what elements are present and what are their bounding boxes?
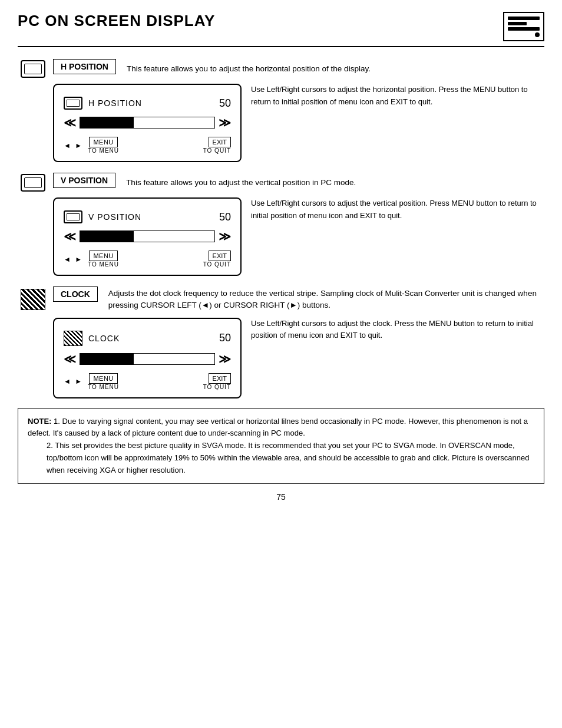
osd-nav-left-clock: ◄ bbox=[64, 377, 71, 386]
osd-arrow-left-clock: ≪ bbox=[64, 352, 76, 366]
osd-area-h-position: H POSITION50≪≫◄ ►MENUTO MENUEXITTO QUITU… bbox=[53, 84, 544, 162]
osd-menu-btn-v-position[interactable]: MENU bbox=[89, 251, 117, 261]
osd-label-text-clock: CLOCK bbox=[88, 334, 120, 343]
note-item1: 1. Due to varying signal content, you ma… bbox=[28, 417, 528, 438]
osd-buttons-row-v-position: ◄ ►MENUTO MENUEXITTO QUIT bbox=[64, 251, 231, 268]
section-header-row-h-position: H POSITIONThis feature allows you to adj… bbox=[18, 58, 544, 78]
osd-slider-fill-h-position bbox=[80, 117, 134, 128]
osd-to-menu-label-clock: TO MENU bbox=[88, 384, 119, 390]
section-label-clock: CLOCK bbox=[53, 286, 98, 302]
osd-slider-row-h-position: ≪≫ bbox=[64, 116, 231, 130]
osd-value-v-position: 50 bbox=[219, 211, 231, 223]
osd-to-menu-label-h-position: TO MENU bbox=[88, 147, 119, 154]
osd-nav-arrows-h-position: ◄ ► bbox=[64, 141, 82, 150]
osd-right-text-v-position: Use Left/Right cursors to adjust the ver… bbox=[251, 197, 544, 276]
osd-label-text-h-position: H POSITION bbox=[88, 98, 142, 108]
header-icon-dot bbox=[535, 32, 540, 37]
osd-buttons-row-h-position: ◄ ►MENUTO MENUEXITTO QUIT bbox=[64, 137, 231, 154]
section-desc-clock: Adjusts the dot clock frequency to reduc… bbox=[103, 285, 544, 312]
osd-exit-group-h-position: EXITTO QUIT bbox=[203, 137, 231, 154]
osd-exit-btn-h-position[interactable]: EXIT bbox=[209, 137, 231, 147]
osd-box-v-position: V POSITION50≪≫◄ ►MENUTO MENUEXITTO QUIT bbox=[53, 197, 242, 276]
osd-arrow-left-v-position: ≪ bbox=[64, 229, 76, 243]
header-icon-line1 bbox=[508, 17, 540, 20]
osd-arrow-right-h-position: ≫ bbox=[219, 116, 231, 130]
page-number: 75 bbox=[18, 492, 544, 502]
sections-container: H POSITIONThis feature allows you to adj… bbox=[18, 58, 544, 398]
osd-exit-group-v-position: EXITTO QUIT bbox=[203, 251, 231, 268]
section-clock: CLOCKAdjusts the dot clock frequency to … bbox=[18, 285, 544, 398]
osd-tv-icon-h-position bbox=[64, 97, 82, 110]
header-icon-line3 bbox=[508, 27, 540, 31]
osd-nav-left-v-position: ◄ bbox=[64, 255, 71, 263]
osd-arrow-right-clock: ≫ bbox=[219, 352, 231, 366]
header-icon-line2 bbox=[508, 22, 527, 25]
osd-label-text-v-position: V POSITION bbox=[88, 212, 141, 222]
page-header: PC ON SCREEN DISPLAY bbox=[18, 12, 544, 47]
note-box: NOTE: 1. Due to varying signal content, … bbox=[18, 408, 544, 485]
tv-icon-v-position bbox=[18, 172, 48, 192]
osd-menu-group-v-position: MENUTO MENU bbox=[88, 251, 119, 268]
section-desc-h-position: This feature allows you to adjust the ho… bbox=[121, 61, 544, 75]
section-label-v-position: V POSITION bbox=[53, 173, 115, 188]
osd-area-v-position: V POSITION50≪≫◄ ►MENUTO MENUEXITTO QUITU… bbox=[53, 197, 544, 276]
osd-area-clock: CLOCK50≪≫◄ ►MENUTO MENUEXITTO QUITUse Le… bbox=[53, 318, 544, 398]
osd-slider-track-v-position bbox=[80, 230, 215, 242]
osd-to-quit-label-v-position: TO QUIT bbox=[203, 261, 231, 268]
osd-exit-group-clock: EXITTO QUIT bbox=[203, 373, 231, 390]
osd-buttons-row-clock: ◄ ►MENUTO MENUEXITTO QUIT bbox=[64, 373, 231, 390]
osd-right-text-h-position: Use Left/Right cursors to adjust the hor… bbox=[251, 84, 544, 162]
osd-clock-icon-clock bbox=[64, 331, 82, 346]
osd-nav-arrows-v-position: ◄ ► bbox=[64, 255, 82, 263]
osd-to-quit-label-h-position: TO QUIT bbox=[203, 147, 231, 154]
osd-value-h-position: 50 bbox=[219, 97, 231, 110]
osd-menu-group-h-position: MENUTO MENU bbox=[88, 137, 119, 154]
osd-nav-left-h-position: ◄ bbox=[64, 141, 71, 150]
osd-menu-btn-h-position[interactable]: MENU bbox=[89, 137, 117, 147]
osd-to-menu-label-v-position: TO MENU bbox=[88, 261, 119, 268]
note-item2: 2. This set provides the best picture qu… bbox=[47, 440, 534, 476]
osd-slider-row-clock: ≪≫ bbox=[64, 352, 231, 366]
section-header-row-v-position: V POSITIONThis feature allows you to adj… bbox=[18, 172, 544, 192]
osd-label-row-clock: CLOCK50 bbox=[64, 331, 231, 346]
osd-arrow-left-h-position: ≪ bbox=[64, 116, 76, 130]
section-label-h-position: H POSITION bbox=[53, 59, 116, 74]
osd-box-clock: CLOCK50≪≫◄ ►MENUTO MENUEXITTO QUIT bbox=[53, 318, 242, 398]
osd-to-quit-label-clock: TO QUIT bbox=[203, 384, 231, 390]
osd-nav-arrows-clock: ◄ ► bbox=[64, 377, 82, 386]
osd-nav-right-v-position: ► bbox=[75, 255, 82, 263]
osd-slider-track-h-position bbox=[80, 117, 215, 129]
osd-slider-row-v-position: ≪≫ bbox=[64, 229, 231, 243]
clock-icon-clock bbox=[18, 286, 48, 310]
osd-tv-icon-v-position bbox=[64, 210, 82, 223]
section-header-row-clock: CLOCKAdjusts the dot clock frequency to … bbox=[18, 285, 544, 312]
osd-nav-right-clock: ► bbox=[75, 377, 82, 386]
osd-label-row-v-position: V POSITION50 bbox=[64, 210, 231, 223]
osd-slider-fill-v-position bbox=[80, 231, 134, 242]
osd-arrow-right-v-position: ≫ bbox=[219, 229, 231, 243]
osd-menu-group-clock: MENUTO MENU bbox=[88, 373, 119, 390]
osd-exit-btn-clock[interactable]: EXIT bbox=[209, 373, 231, 384]
osd-menu-btn-clock[interactable]: MENU bbox=[89, 373, 117, 384]
osd-box-h-position: H POSITION50≪≫◄ ►MENUTO MENUEXITTO QUIT bbox=[53, 84, 242, 162]
page-title: PC ON SCREEN DISPLAY bbox=[18, 12, 215, 30]
osd-nav-right-h-position: ► bbox=[75, 141, 82, 150]
header-icon bbox=[503, 12, 544, 41]
section-desc-v-position: This feature allows you to adjust the ve… bbox=[120, 174, 544, 189]
note-label: NOTE: bbox=[28, 417, 51, 426]
osd-slider-fill-clock bbox=[80, 354, 134, 364]
osd-right-text-clock: Use Left/Right cursors to adjust the clo… bbox=[251, 318, 544, 398]
osd-label-row-h-position: H POSITION50 bbox=[64, 97, 231, 110]
tv-icon-h-position bbox=[18, 58, 48, 78]
osd-slider-track-clock bbox=[80, 353, 215, 365]
section-v-position: V POSITIONThis feature allows you to adj… bbox=[18, 172, 544, 276]
section-h-position: H POSITIONThis feature allows you to adj… bbox=[18, 58, 544, 162]
osd-exit-btn-v-position[interactable]: EXIT bbox=[209, 251, 231, 261]
osd-value-clock: 50 bbox=[219, 332, 231, 344]
